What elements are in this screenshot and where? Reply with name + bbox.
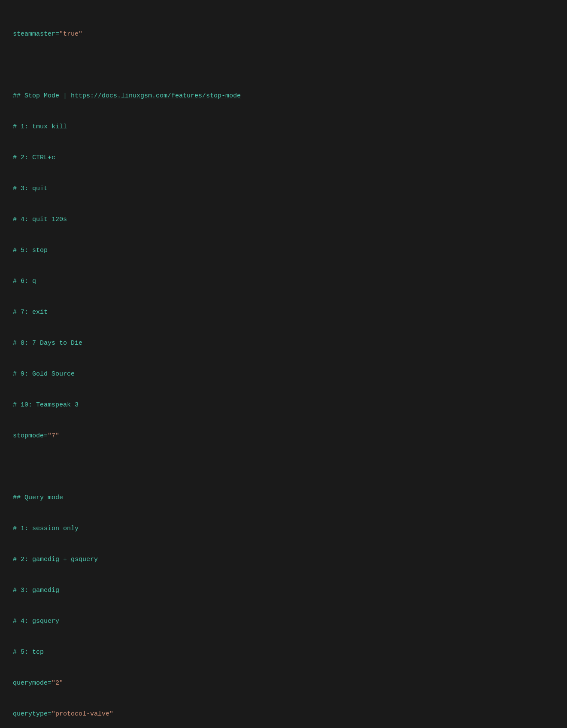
line-query-mode-header: ## Query mode <box>13 493 554 503</box>
line-query-2: # 2: gamedig + gsquery <box>13 555 554 565</box>
line-stopmode: stopmode="7" <box>13 431 554 441</box>
line-comment-3: # 3: quit <box>13 184 554 194</box>
line-comment-1: # 1: tmux kill <box>13 122 554 132</box>
line-comment-5: # 5: stop <box>13 246 554 256</box>
line-comment-10: # 10: Teamspeak 3 <box>13 400 554 410</box>
line-query-5: # 5: tcp <box>13 647 554 658</box>
line-query-4: # 4: gsquery <box>13 616 554 627</box>
empty-line-2 <box>13 462 554 472</box>
line-query-3: # 3: gamedig <box>13 585 554 596</box>
line-comment-7: # 7: exit <box>13 307 554 318</box>
line-querymode: querymode="2" <box>13 678 554 689</box>
line-query-1: # 1: session only <box>13 524 554 534</box>
stop-mode-comment: ## Stop Mode | <box>13 92 71 100</box>
stop-mode-link[interactable]: https://docs.linuxgsm.com/features/stop-… <box>71 92 241 100</box>
line-steammaster: steammaster="true" <box>13 29 554 39</box>
line-comment-9: # 9: Gold Source <box>13 369 554 379</box>
line-comment-4: # 4: quit 120s <box>13 215 554 225</box>
line-comment-2: # 2: CTRL+c <box>13 153 554 163</box>
line-comment-6: # 6: q <box>13 276 554 287</box>
code-content: steammaster="true" ## Stop Mode | https:… <box>13 9 554 728</box>
line-stop-mode-header: ## Stop Mode | https://docs.linuxgsm.com… <box>13 91 554 101</box>
line-comment-8: # 8: 7 Days to Die <box>13 338 554 349</box>
key-steammaster: steammaster <box>13 30 55 38</box>
value-steammaster: "true" <box>59 30 82 38</box>
empty-line-1 <box>13 60 554 70</box>
line-querytype: querytype="protocol-valve" <box>13 709 554 719</box>
